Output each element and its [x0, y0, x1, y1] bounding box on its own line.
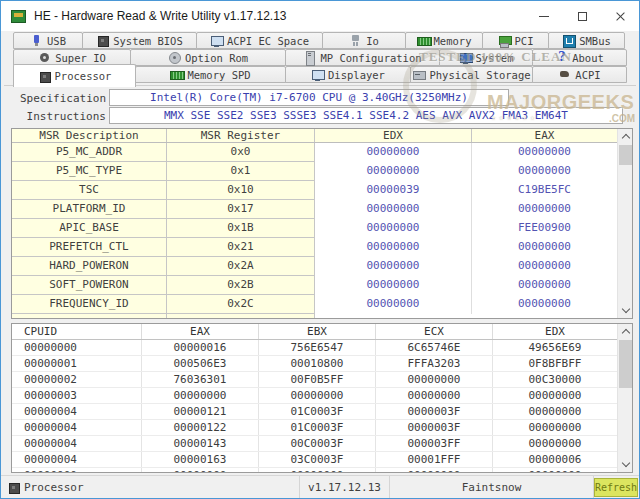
- msr-description-cell: HARD_POWERON: [12, 257, 167, 276]
- tab-system-bios[interactable]: System BIOS: [82, 32, 197, 49]
- tab-label: ACPI: [575, 69, 600, 81]
- msr-table-row[interactable]: SOFT_POWERON 0x2B 00000000 00000000: [12, 276, 617, 295]
- tab-pci[interactable]: PCI: [482, 32, 549, 49]
- tab-smbus[interactable]: SMBus: [548, 32, 625, 49]
- displayer-monitor-icon: [311, 68, 324, 81]
- cpuid-eax-cell: 76036301: [142, 372, 259, 387]
- tab-memory-spd[interactable]: Memory SPD: [135, 66, 286, 83]
- minimize-button[interactable]: [525, 1, 563, 31]
- msr-register-cell: 0x2A: [167, 257, 315, 276]
- cpuid-leaf-cell: 00000002: [12, 372, 142, 387]
- tab-system[interactable]: System: [439, 49, 533, 66]
- cpuid-table-row[interactable]: 00000004 00000143 00C0003F 000003FF 0000…: [12, 436, 617, 452]
- cpuid-edx-cell: 00C30000: [493, 372, 617, 387]
- memory-ram-icon: [417, 34, 430, 47]
- msr-table-row[interactable]: TSC 0x10 00000039 C19BE5FC: [12, 181, 617, 200]
- msr-table-row[interactable]: PLATFORM_ID 0x17 00000000 00000000: [12, 200, 617, 219]
- cpuid-edx-cell: 00000006: [493, 452, 617, 467]
- cpuid-edx-cell: 0F8BFBFF: [493, 356, 617, 371]
- msr-description-cell: P5_MC_TYPE: [12, 162, 167, 181]
- msr-eax-cell: 00000000: [472, 295, 617, 314]
- cpuid-leaf-cell: 00000000: [12, 340, 142, 355]
- msr-edx-cell: 00000000: [315, 143, 472, 162]
- window-title: HE - Hardware Read & Write Utility v1.17…: [34, 9, 287, 23]
- tab-processor[interactable]: Processor: [13, 64, 136, 87]
- cpuid-table-row[interactable]: 00000004 00000121 01C0003F 0000003F 0000…: [12, 404, 617, 420]
- instructions-field[interactable]: MMX SSE SSE2 SSE3 SSSE3 SSE4.1 SSE4.2 AE…: [109, 107, 623, 124]
- status-version-section: v1.17.12.13: [300, 476, 390, 499]
- msr-table-row[interactable]: APIC_BASE 0x1B 00000000 FEE00900: [12, 219, 617, 238]
- tab-displayer[interactable]: Displayer: [285, 66, 411, 83]
- cpuid-scrollbar-thumb[interactable]: [619, 340, 632, 388]
- tab-label: About: [572, 52, 604, 64]
- close-button[interactable]: [601, 1, 639, 31]
- cpuid-table-row[interactable]: 00000004 00000163 03C0003F 00001FFF 0000…: [12, 452, 617, 468]
- msr-description-cell: SOFT_POWERON: [12, 276, 167, 295]
- cpuid-ecx-cell: 00001FFF: [376, 452, 493, 467]
- cpuid-edx-cell: 00000000: [493, 404, 617, 419]
- tab-label: ACPI EC Space: [227, 35, 309, 47]
- refresh-button[interactable]: Refresh: [594, 478, 638, 497]
- cpuid-leaf-cell: 00000001: [12, 356, 142, 371]
- cpuid-leaf-cell: 00000004: [12, 420, 142, 435]
- tab-io[interactable]: Io: [322, 32, 406, 49]
- status-user-section: Faintsnow: [390, 476, 594, 499]
- cpuid-ebx-cell: 00010800: [259, 356, 376, 371]
- chevron-up-icon: [621, 329, 629, 337]
- cpuid-edx-cell: 00000000: [493, 420, 617, 435]
- title-bar[interactable]: HE - Hardware Read & Write Utility v1.17…: [1, 1, 639, 31]
- cpuid-eax-cell: 00000121: [142, 404, 259, 419]
- cpuid-table-row[interactable]: 00000003 00000000 00000000 00000000 0000…: [12, 388, 617, 404]
- msr-table-row[interactable]: HARD_POWERON 0x2A 00000000 00000000: [12, 257, 617, 276]
- tab-about[interactable]: ?About: [532, 49, 627, 66]
- msr-edx-cell: 00000000: [315, 219, 472, 238]
- msr-table-row[interactable]: PREFETCH_CTL 0x21 00000000 00000000: [12, 238, 617, 257]
- tab-label: System: [476, 52, 514, 64]
- cpuid-table-row[interactable]: 00000004 00000122 01C0003F 0000003F 0000…: [12, 420, 617, 436]
- msr-table-row[interactable]: P5_MC_TYPE 0x1 00000000 00000000: [12, 162, 617, 181]
- cpuid-table-row[interactable]: 00000002 76036301 00F0B5FF 00000000 00C3…: [12, 372, 617, 388]
- memory-spd-icon: [170, 68, 183, 81]
- msr-description-cell: PLATFORM_ID: [12, 200, 167, 219]
- cpuid-table-row[interactable]: 00000000 00000016 756E6547 6C65746E 4965…: [12, 340, 617, 356]
- msr-register-cell: 0x21: [167, 238, 315, 257]
- tab-usb[interactable]: USB: [13, 32, 83, 49]
- chevron-down-icon: [621, 305, 629, 313]
- cpuid-ecx-cell: 0000003F: [376, 420, 493, 435]
- specification-label: Specification: [1, 92, 106, 105]
- msr-table-header: MSR Description MSR Register EDX EAX: [12, 129, 617, 143]
- msr-eax-cell: 00000000: [472, 238, 617, 257]
- chevron-down-icon: [621, 459, 629, 467]
- maximize-button[interactable]: [563, 1, 601, 31]
- msr-table-row[interactable]: P5_MC_ADDR 0x0 00000000 00000000: [12, 143, 617, 162]
- status-bar: Processor v1.17.12.13 Faintsnow Refresh: [1, 475, 640, 498]
- cpuid-scroll-down-button[interactable]: [618, 457, 633, 472]
- super-io-icon: [38, 51, 51, 64]
- tab-memory[interactable]: Memory: [405, 32, 483, 49]
- tab-option-rom[interactable]: Option Rom: [130, 49, 286, 66]
- cpuid-scroll-up-button[interactable]: [618, 324, 633, 339]
- cpuid-ebx-cell: 00F0B5FF: [259, 372, 376, 387]
- msr-register-cell: 0x10: [167, 181, 315, 200]
- app-window: HE - Hardware Read & Write Utility v1.17…: [0, 0, 640, 499]
- msr-eax-cell: 00000000: [472, 162, 617, 181]
- msr-scrollbar[interactable]: [617, 129, 632, 318]
- tab-acpi-ec-space[interactable]: ACPI EC Space: [196, 32, 323, 49]
- msr-scroll-up-button[interactable]: [618, 129, 633, 144]
- msr-table-row[interactable]: FREQUENCY_ID 0x2C 00000000 00000000: [12, 295, 617, 314]
- cpuid-scrollbar[interactable]: [617, 324, 632, 472]
- msr-scroll-down-button[interactable]: [618, 303, 633, 318]
- msr-edx-cell: 00000000: [315, 276, 472, 295]
- specification-field[interactable]: Intel(R) Core(TM) i7-6700 CPU @ 3.40GHz(…: [109, 89, 509, 106]
- option-rom-icon: [168, 51, 181, 64]
- ec-monitor-icon: [210, 34, 223, 47]
- msr-scrollbar-thumb[interactable]: [619, 145, 632, 165]
- chevron-up-icon: [621, 134, 629, 142]
- tab-label: Physical Storage: [429, 69, 530, 81]
- cpuid-table-row[interactable]: 00000001 000506E3 00010800 FFFA3203 0F8B…: [12, 356, 617, 372]
- tab-acpi[interactable]: ACPI: [532, 66, 627, 83]
- smbus-icon: [562, 34, 575, 47]
- tab-label: USB: [47, 35, 66, 47]
- tab-physical-storage[interactable]: Physical Storage: [410, 66, 533, 83]
- tab-mp-configuration[interactable]: MP Configuration: [285, 49, 440, 66]
